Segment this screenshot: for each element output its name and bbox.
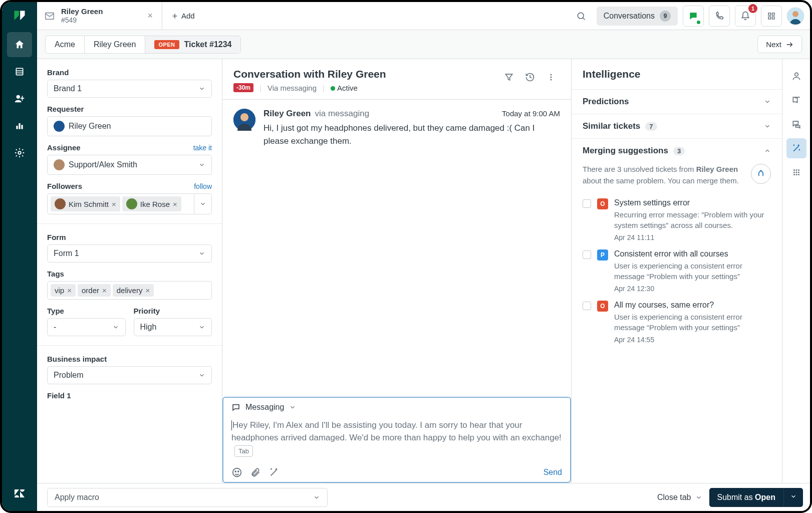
priority-label: Priority — [134, 307, 212, 315]
follow-link[interactable]: follow — [194, 182, 212, 190]
chevron-up-icon — [764, 147, 771, 154]
svg-point-32 — [795, 169, 797, 171]
followers-dropdown[interactable] — [194, 193, 212, 214]
tabs-bar: Riley Green #549 × Add Conversations 9 — [37, 2, 810, 30]
notifications-button[interactable]: 1 — [735, 6, 756, 27]
search-button[interactable] — [571, 6, 592, 27]
requester-field[interactable]: Riley Green — [47, 116, 212, 136]
message-text: Hi, I just got my headphones delivered, … — [263, 122, 560, 147]
close-tab-x-icon[interactable]: × — [145, 9, 155, 23]
breadcrumb-org[interactable]: Acme — [46, 36, 84, 53]
tags-field[interactable]: vip× order× delivery× — [47, 281, 212, 300]
composer-channel-select[interactable]: Messaging — [223, 398, 570, 417]
svg-rect-17 — [768, 17, 771, 19]
ticket-tab[interactable]: Riley Green #549 × — [37, 2, 162, 30]
history-button[interactable] — [521, 68, 539, 86]
tag-name: delivery — [117, 286, 143, 295]
content-columns: Brand Brand 1 Requester Riley Green Assi… — [37, 59, 810, 483]
ticket-properties-panel: Brand Brand 1 Requester Riley Green Assi… — [37, 59, 222, 483]
follower-chip[interactable]: Ike Rose× — [122, 196, 181, 211]
suggestion-checkbox[interactable] — [583, 199, 591, 208]
predictions-toggle[interactable]: Predictions — [572, 90, 782, 114]
tag-chip[interactable]: order× — [78, 284, 111, 297]
take-it-link[interactable]: take it — [193, 144, 212, 152]
remove-icon[interactable]: × — [173, 200, 177, 208]
chevron-down-icon — [790, 493, 797, 500]
status-badge: O — [597, 301, 608, 312]
business-impact-select[interactable]: Problem — [47, 366, 212, 384]
remove-icon[interactable]: × — [112, 200, 116, 208]
composer-input[interactable]: Hey Riley, I'm Alex and I'll be assistin… — [223, 417, 570, 463]
suggestion-checkbox[interactable] — [583, 302, 591, 310]
conversations-context-button[interactable] — [786, 114, 806, 134]
field1-label: Field 1 — [47, 391, 212, 400]
follower-name: Kim Schmitt — [69, 200, 109, 208]
sla-badge: -30m — [233, 83, 253, 92]
suggestion-desc: User is experiencing a consistent error … — [614, 261, 771, 282]
magic-wand-button[interactable] — [268, 467, 280, 478]
conversation-header: Conversation with Riley Green -30m | Via… — [222, 59, 571, 100]
message: Riley Green via messaging Today at 9:00 … — [233, 109, 560, 147]
nav-admin[interactable] — [7, 140, 32, 165]
merging-section: Merging suggestions 3 There are 3 unsolv… — [572, 139, 782, 348]
type-select[interactable]: - — [47, 318, 126, 336]
knowledge-button[interactable] — [786, 90, 806, 110]
suggestion-title[interactable]: Consistent error with all courses — [614, 249, 771, 259]
assignee-label: Assignee — [47, 143, 81, 152]
add-tab-button[interactable]: Add — [162, 2, 204, 30]
nav-views[interactable] — [7, 59, 32, 84]
form-select[interactable]: Form 1 — [47, 244, 212, 263]
conversations-button[interactable]: Conversations 9 — [597, 7, 678, 26]
submit-dropdown[interactable] — [783, 488, 803, 507]
remove-icon[interactable]: × — [102, 286, 107, 295]
nav-customers[interactable] — [7, 86, 32, 111]
user-avatar[interactable] — [787, 8, 804, 25]
svg-point-38 — [795, 174, 797, 175]
status-badge: P — [597, 249, 608, 261]
breadcrumb-ticket[interactable]: OPEN Ticket #1234 — [145, 36, 240, 53]
business-impact-label: Business impact — [47, 355, 212, 363]
assignee-value: Support/Alex Smith — [69, 160, 137, 169]
user-context-button[interactable] — [786, 66, 806, 86]
zendesk-icon[interactable] — [7, 481, 32, 506]
app-rail — [2, 2, 37, 511]
priority-select[interactable]: High — [134, 318, 212, 336]
merging-toggle[interactable]: Merging suggestions 3 — [572, 139, 782, 163]
assignee-select[interactable]: Support/Alex Smith — [47, 155, 212, 175]
tag-chip[interactable]: delivery× — [113, 284, 154, 297]
emoji-button[interactable] — [231, 467, 242, 478]
followers-field[interactable]: Kim Schmitt× Ike Rose× — [47, 193, 212, 214]
context-rail — [782, 59, 810, 483]
similar-tickets-toggle[interactable]: Similar tickets 7 — [572, 114, 782, 138]
tags-label: Tags — [47, 270, 212, 278]
brand-select[interactable]: Brand 1 — [47, 80, 212, 98]
phone-button[interactable] — [709, 6, 730, 27]
breadcrumb-person[interactable]: Riley Green — [84, 36, 145, 53]
next-label: Next — [766, 40, 781, 49]
submit-button[interactable]: Submit as Open — [709, 488, 783, 507]
attachment-button[interactable] — [250, 467, 260, 478]
talk-status-button[interactable] — [683, 6, 704, 27]
avatar-icon — [54, 159, 65, 170]
suggestion-title[interactable]: All my courses, same error? — [614, 301, 771, 310]
remove-icon[interactable]: × — [67, 286, 72, 295]
remove-icon[interactable]: × — [145, 286, 150, 295]
nav-reporting[interactable] — [7, 113, 32, 138]
next-button[interactable]: Next — [757, 36, 802, 53]
suggestion-title[interactable]: System settings error — [614, 198, 771, 207]
suggestion-checkbox[interactable] — [583, 250, 591, 259]
close-tab-button[interactable]: Close tab — [657, 493, 702, 502]
form-value: Form 1 — [54, 249, 79, 258]
filter-button[interactable] — [500, 68, 518, 86]
apps-grid-button[interactable] — [786, 162, 806, 182]
apply-macro-select[interactable]: Apply macro — [47, 488, 328, 507]
send-button[interactable]: Send — [544, 468, 562, 477]
tag-chip[interactable]: vip× — [51, 284, 76, 297]
follower-chip[interactable]: Kim Schmitt× — [51, 196, 120, 211]
merge-button[interactable] — [751, 164, 771, 184]
submit-status: Open — [755, 493, 775, 501]
intelligence-context-button[interactable] — [786, 138, 806, 158]
apps-button[interactable] — [761, 6, 782, 27]
more-button[interactable] — [542, 68, 560, 86]
nav-home[interactable] — [7, 32, 32, 57]
